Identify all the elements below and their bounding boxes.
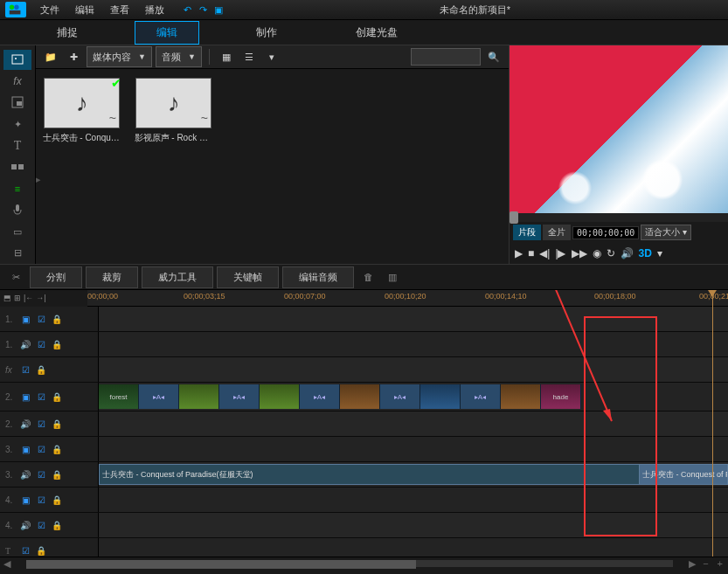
action-icon[interactable]: ▣ xyxy=(211,3,225,17)
list-view-icon[interactable]: ☰ xyxy=(239,48,259,66)
video-clip[interactable] xyxy=(260,384,300,409)
track-head-v2[interactable]: 2.▣☑🔒 xyxy=(0,383,99,411)
playhead[interactable] xyxy=(712,290,713,557)
audio-clip[interactable]: 士兵突击 - Conquest of Paradise(征服天堂) xyxy=(99,464,643,485)
svg-point-4 xyxy=(15,58,17,59)
scissors-icon[interactable]: ✂ xyxy=(5,268,26,286)
sidebar-title[interactable]: T xyxy=(3,135,31,156)
redo-icon[interactable]: ↷ xyxy=(196,3,210,17)
sidebar-fx[interactable]: fx xyxy=(3,72,31,92)
svg-point-0 xyxy=(10,5,14,10)
audio-clip[interactable]: 士兵突击 - Conquest of Pa xyxy=(639,464,728,485)
snapshot-icon[interactable]: ◉ xyxy=(593,247,601,259)
media-item[interactable]: ♪~ 影视原声 - Rock Ho... xyxy=(136,78,211,255)
sidebar-audio-mix[interactable]: ≡ xyxy=(3,179,31,199)
split-button[interactable]: 分割 xyxy=(30,266,82,288)
track-body-audio3[interactable]: 士兵突击 - Conquest of Paradise(征服天堂) 士兵突击 -… xyxy=(99,462,728,487)
mode-full[interactable]: 全片 xyxy=(543,225,571,240)
transition-clip[interactable]: ▸A◂ xyxy=(300,384,340,409)
track-head-v4[interactable]: 4.▣☑🔒 xyxy=(0,488,99,512)
track-body-video2[interactable]: forest ▸A◂ ▸A◂ ▸A◂ ▸A◂ ▸A◂ hade xyxy=(99,383,728,411)
svg-rect-3 xyxy=(12,55,23,64)
volume-icon[interactable]: 🔊 xyxy=(621,247,634,259)
play-icon[interactable]: ▶ xyxy=(515,247,523,259)
preview-scrubber[interactable] xyxy=(510,213,728,222)
track-head-fx[interactable]: fx☑🔒 xyxy=(0,357,99,382)
sidebar-particle[interactable]: ✦ xyxy=(3,114,31,135)
video-clip[interactable] xyxy=(340,384,380,409)
track-head-a4[interactable]: 4.🔊☑🔒 xyxy=(0,513,99,537)
editaudio-button[interactable]: 编辑音频 xyxy=(282,266,354,288)
trash-icon[interactable]: 🗑 xyxy=(357,268,378,286)
sidebar-subtitle[interactable]: ⊟ xyxy=(3,243,31,263)
grid-view-icon[interactable]: ▦ xyxy=(217,48,236,66)
fit-dropdown[interactable]: 适合大小 ▾ xyxy=(641,225,691,240)
check-icon: ✔ xyxy=(111,76,121,90)
powertools-button[interactable]: 威力工具 xyxy=(142,266,213,288)
timeline-hscroll[interactable]: ◀ ▶ − + xyxy=(0,557,728,570)
ruler-tool-4[interactable]: →| xyxy=(36,294,45,302)
svg-point-1 xyxy=(14,5,18,10)
tab-produce[interactable]: 制作 xyxy=(234,21,299,45)
prev-frame-icon[interactable]: ◀| xyxy=(539,247,550,259)
media-type-dropdown[interactable]: 媒体内容▼ xyxy=(87,46,152,67)
menu-play[interactable]: 播放 xyxy=(138,2,171,18)
sidebar-voiceover[interactable] xyxy=(3,200,31,220)
track-head-v1[interactable]: 1.▣☑🔒 xyxy=(0,307,99,331)
video-clip[interactable]: forest xyxy=(99,384,139,409)
transition-clip[interactable]: ▸A◂ xyxy=(219,384,260,409)
project-title: 未命名的新项目* xyxy=(227,3,723,17)
keyframe-button[interactable]: 关键帧 xyxy=(217,266,279,288)
plugin-icon[interactable]: ✚ xyxy=(64,48,83,66)
import-icon[interactable]: 📁 xyxy=(41,48,60,66)
track-head-a3[interactable]: 3.🔊☑🔒 xyxy=(0,462,99,487)
transition-clip[interactable]: ▸A◂ xyxy=(139,384,179,409)
video-clip[interactable] xyxy=(501,384,541,409)
fast-fwd-icon[interactable]: ▶▶ xyxy=(572,247,587,259)
tab-capture[interactable]: 捕捉 xyxy=(35,21,100,45)
sidebar-media[interactable] xyxy=(3,50,31,70)
search-input[interactable] xyxy=(411,48,481,66)
video-clip[interactable]: hade xyxy=(541,384,581,409)
filter-dropdown[interactable]: 音频▼ xyxy=(156,46,202,67)
timeline-ruler[interactable]: 00;00;00 00;00;03;15 00;00;07;00 00;00;1… xyxy=(87,290,728,307)
search-icon[interactable]: 🔍 xyxy=(484,48,503,66)
transition-clip[interactable]: ▸A◂ xyxy=(380,384,420,409)
more-icon[interactable]: ▥ xyxy=(382,268,403,286)
preview-viewport[interactable] xyxy=(510,45,728,213)
tab-edit[interactable]: 编辑 xyxy=(135,21,199,45)
undo-icon[interactable]: ↶ xyxy=(180,3,194,17)
ruler-tool-1[interactable]: ⬒ xyxy=(3,294,11,302)
sidebar-chapter[interactable]: ▭ xyxy=(3,222,31,242)
sidebar-transition[interactable] xyxy=(3,157,31,177)
ruler-tool-2[interactable]: ⊞ xyxy=(14,294,21,302)
svg-rect-7 xyxy=(11,164,17,169)
ruler-tool-3[interactable]: |← xyxy=(24,294,33,302)
mode-clip[interactable]: 片段 xyxy=(513,225,541,240)
expand-handle[interactable]: ▸ xyxy=(36,174,41,185)
media-label: 士兵突击 - Conque... xyxy=(43,132,121,144)
track-head-v3[interactable]: 3.▣☑🔒 xyxy=(0,437,99,461)
stop-icon[interactable]: ■ xyxy=(528,247,534,259)
video-clip[interactable] xyxy=(179,384,219,409)
3d-icon[interactable]: 3D xyxy=(639,247,652,259)
media-label: 影视原声 - Rock Ho... xyxy=(135,132,213,144)
video-clip[interactable] xyxy=(420,384,461,409)
next-frame-icon[interactable]: |▶ xyxy=(555,247,565,259)
menu-view[interactable]: 查看 xyxy=(103,2,136,18)
media-item[interactable]: ♪~✔ 士兵突击 - Conque... xyxy=(45,78,119,255)
transition-clip[interactable]: ▸A◂ xyxy=(461,384,501,409)
loop-icon[interactable]: ↻ xyxy=(607,247,615,259)
preview-menu-icon[interactable]: ▾ xyxy=(657,247,662,259)
svg-rect-8 xyxy=(18,164,24,169)
track-head-title[interactable]: T☑🔒 xyxy=(0,538,99,557)
menu-file[interactable]: 文件 xyxy=(33,2,66,18)
trim-button[interactable]: 裁剪 xyxy=(86,266,138,288)
svg-rect-9 xyxy=(16,204,19,211)
tab-disc[interactable]: 创建光盘 xyxy=(334,21,419,45)
sort-icon[interactable]: ▾ xyxy=(262,48,281,66)
track-head-a1[interactable]: 1.🔊☑🔒 xyxy=(0,332,99,356)
track-head-a2[interactable]: 2.🔊☑🔒 xyxy=(0,411,99,436)
menu-edit[interactable]: 编辑 xyxy=(68,2,101,18)
sidebar-pip[interactable] xyxy=(3,93,31,113)
